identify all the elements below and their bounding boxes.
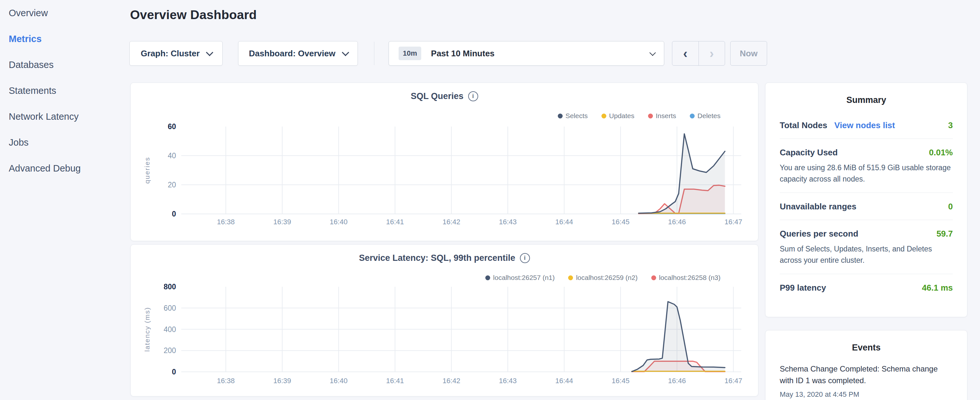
dashboard-dropdown[interactable]: Dashboard: Overview <box>238 41 358 66</box>
svg-text:16:45: 16:45 <box>612 377 630 385</box>
page-title: Overview Dashboard <box>130 8 257 22</box>
svg-text:16:41: 16:41 <box>386 218 404 226</box>
sql-queries-chart-card: SQL QueriesiSelectsUpdatesInsertsDeletes… <box>130 83 758 241</box>
graph-dropdown[interactable]: Graph: Cluster <box>129 41 223 66</box>
sidebar-item-network-latency[interactable]: Network Latency <box>9 104 125 129</box>
sidebar-item-databases[interactable]: Databases <box>9 52 125 78</box>
svg-text:16:44: 16:44 <box>555 218 573 226</box>
summary-row: Unavailable ranges0 <box>780 193 953 220</box>
summary-panel: Summary Total NodesView nodes list3Capac… <box>765 83 967 317</box>
event-timestamp: May 13, 2020 at 4:45 PM <box>780 390 953 399</box>
summary-row-value: 0 <box>948 202 953 212</box>
view-nodes-link[interactable]: View nodes list <box>834 120 895 131</box>
time-step-buttons: ‹ › <box>672 41 725 66</box>
graph-dropdown-label: Graph: Cluster <box>141 49 200 59</box>
svg-text:16:46: 16:46 <box>668 218 686 226</box>
svg-text:800: 800 <box>164 282 176 291</box>
svg-text:20: 20 <box>168 180 176 189</box>
svg-text:queries: queries <box>143 157 151 184</box>
svg-text:40: 40 <box>168 151 176 160</box>
svg-text:16:46: 16:46 <box>668 377 686 385</box>
svg-text:16:45: 16:45 <box>612 218 630 226</box>
svg-text:16:40: 16:40 <box>330 377 347 385</box>
summary-row: Capacity Used0.01%You are using 28.6 MiB… <box>780 139 953 193</box>
summary-row-head: Total NodesView nodes list3 <box>780 120 953 131</box>
svg-text:16:41: 16:41 <box>386 377 404 385</box>
svg-text:16:39: 16:39 <box>274 218 291 226</box>
svg-text:60: 60 <box>168 122 176 131</box>
sidebar-item-advanced-debug[interactable]: Advanced Debug <box>9 155 125 181</box>
sidebar-item-statements[interactable]: Statements <box>9 78 125 104</box>
summary-row-head: P99 latency46.1 ms <box>780 283 953 293</box>
svg-text:16:44: 16:44 <box>555 377 573 385</box>
svg-text:16:42: 16:42 <box>442 377 460 385</box>
summary-row-label: Queries per second <box>780 229 858 239</box>
summary-row-value: 0.01% <box>929 148 953 158</box>
event-item: Schema Change Completed: Schema change w… <box>780 363 953 399</box>
chart-plot-area[interactable]: 16:3816:3916:4016:4116:4216:4316:4416:45… <box>131 245 758 396</box>
events-panel: Events Schema Change Completed: Schema c… <box>765 330 967 400</box>
summary-row: Queries per second59.7Sum of Selects, Up… <box>780 220 953 274</box>
svg-text:16:39: 16:39 <box>274 377 291 385</box>
summary-row-head: Unavailable ranges0 <box>780 202 953 212</box>
summary-row: P99 latency46.1 ms <box>780 274 953 301</box>
sidebar-nav: OverviewMetricsDatabasesStatementsNetwor… <box>9 0 125 181</box>
svg-text:0: 0 <box>172 368 176 376</box>
dashboard-dropdown-label: Dashboard: Overview <box>249 49 335 59</box>
time-range-label: Past 10 Minutes <box>431 49 650 59</box>
summary-row-value: 59.7 <box>936 229 953 239</box>
summary-rows: Total NodesView nodes list3Capacity Used… <box>780 112 953 301</box>
svg-text:16:38: 16:38 <box>217 218 235 226</box>
svg-text:16:43: 16:43 <box>499 218 517 226</box>
chevron-right-icon: › <box>710 47 714 60</box>
controls-divider <box>374 42 374 65</box>
events-list: Schema Change Completed: Schema change w… <box>780 363 953 399</box>
service-latency-chart-card: Service Latency: SQL, 99th percentileilo… <box>130 244 758 397</box>
svg-text:16:42: 16:42 <box>442 218 460 226</box>
sidebar-item-overview[interactable]: Overview <box>9 0 125 26</box>
summary-row-label: P99 latency <box>780 283 826 293</box>
events-title: Events <box>780 330 953 353</box>
summary-row-value: 3 <box>948 120 953 131</box>
chevron-down-icon <box>342 49 349 56</box>
chevron-down-icon <box>649 49 656 56</box>
summary-row-label: Unavailable ranges <box>780 202 856 212</box>
svg-text:16:47: 16:47 <box>724 377 742 385</box>
svg-text:16:38: 16:38 <box>217 377 235 385</box>
svg-text:0: 0 <box>172 210 176 218</box>
svg-text:16:43: 16:43 <box>499 377 517 385</box>
sidebar-item-metrics[interactable]: Metrics <box>9 26 125 52</box>
svg-text:200: 200 <box>164 346 176 355</box>
svg-text:400: 400 <box>164 325 176 334</box>
svg-text:600: 600 <box>164 304 176 312</box>
chevron-left-icon: ‹ <box>683 47 687 60</box>
time-range-dropdown[interactable]: 10m Past 10 Minutes <box>388 41 664 66</box>
summary-row-label: Capacity Used <box>780 148 838 158</box>
summary-row-label: Total Nodes <box>780 120 827 131</box>
chart-plot-area[interactable]: 16:3816:3916:4016:4116:4216:4316:4416:45… <box>131 83 758 241</box>
svg-text:16:40: 16:40 <box>330 218 347 226</box>
summary-row-description: You are using 28.6 MiB of 515.9 GiB usab… <box>780 162 953 185</box>
svg-text:latency (ms): latency (ms) <box>143 307 151 351</box>
summary-row-head: Capacity Used0.01% <box>780 148 953 158</box>
event-message: Schema Change Completed: Schema change w… <box>780 363 953 386</box>
summary-row-value: 46.1 ms <box>922 283 953 293</box>
summary-row-head: Queries per second59.7 <box>780 229 953 239</box>
sidebar-item-jobs[interactable]: Jobs <box>9 129 125 155</box>
next-time-button[interactable]: › <box>699 41 725 65</box>
summary-row-description: Sum of Selects, Updates, Inserts, and De… <box>780 243 953 266</box>
summary-row: Total NodesView nodes list3 <box>780 112 953 139</box>
prev-time-button[interactable]: ‹ <box>672 41 699 65</box>
now-button[interactable]: Now <box>730 41 767 66</box>
chevron-down-icon <box>206 49 213 56</box>
summary-title: Summary <box>780 83 953 105</box>
controls-bar: Graph: Cluster Dashboard: Overview 10m P… <box>129 41 767 66</box>
time-range-badge: 10m <box>399 46 421 60</box>
svg-text:16:47: 16:47 <box>724 218 742 226</box>
